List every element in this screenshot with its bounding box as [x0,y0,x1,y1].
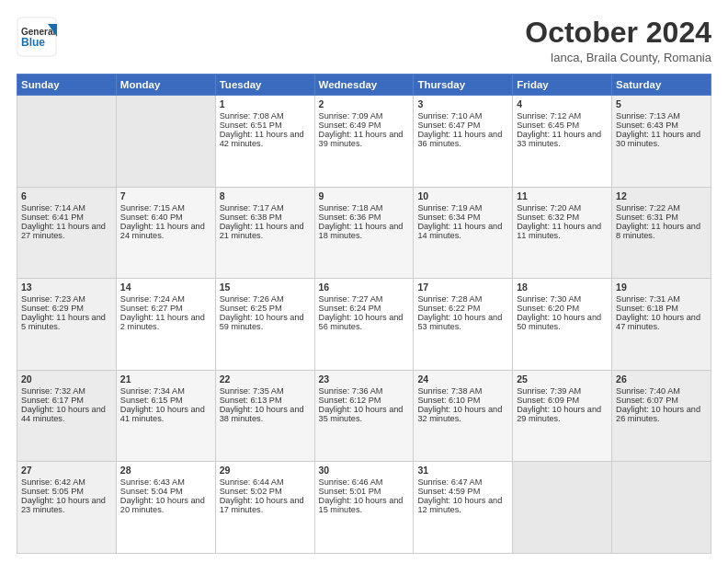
day-number: 8 [220,190,311,201]
daylight-text: Daylight: 10 hours and 32 minutes. [417,405,502,423]
sunset-text: Sunset: 6:34 PM [417,213,480,222]
sunrise-text: Sunrise: 7:15 AM [120,203,185,213]
day-number: 24 [417,373,508,385]
daylight-text: Daylight: 10 hours and 53 minutes. [417,313,502,331]
calendar-cell: 13Sunrise: 7:23 AMSunset: 6:29 PMDayligh… [17,279,117,371]
sunrise-text: Sunrise: 7:31 AM [616,294,680,304]
sunrise-text: Sunrise: 7:12 AM [517,111,581,121]
sunset-text: Sunset: 6:40 PM [120,213,183,222]
day-number: 22 [220,373,311,385]
daylight-text: Daylight: 10 hours and 47 minutes. [616,313,700,331]
calendar-cell: 29Sunrise: 6:44 AMSunset: 5:02 PMDayligh… [215,462,314,554]
sunset-text: Sunset: 6:49 PM [319,121,381,130]
daylight-text: Daylight: 11 hours and 18 minutes. [319,222,404,240]
day-number: 1 [220,98,311,109]
calendar-cell: 9Sunrise: 7:18 AMSunset: 6:36 PMDaylight… [314,187,414,279]
day-number: 7 [120,190,211,201]
day-number: 31 [417,465,508,476]
day-header-sunday: Sunday [17,75,117,96]
calendar-cell [116,96,215,188]
sunrise-text: Sunrise: 7:32 AM [21,386,85,396]
sunrise-text: Sunrise: 7:17 AM [220,203,284,213]
sunset-text: Sunset: 5:04 PM [120,487,183,496]
calendar-cell: 19Sunrise: 7:31 AMSunset: 6:18 PMDayligh… [612,279,711,371]
sunrise-text: Sunrise: 7:09 AM [319,111,383,121]
calendar-cell: 10Sunrise: 7:19 AMSunset: 6:34 PMDayligh… [414,187,513,279]
day-number: 28 [120,465,211,476]
sunset-text: Sunset: 6:24 PM [319,304,381,313]
svg-text:Blue: Blue [21,36,45,49]
sunrise-text: Sunrise: 7:22 AM [616,203,680,213]
daylight-text: Daylight: 10 hours and 26 minutes. [616,405,700,423]
daylight-text: Daylight: 11 hours and 11 minutes. [517,222,601,240]
calendar-cell: 28Sunrise: 6:43 AMSunset: 5:04 PMDayligh… [116,462,215,554]
calendar-cell: 5Sunrise: 7:13 AMSunset: 6:43 PMDaylight… [612,96,711,188]
day-number: 17 [417,282,508,293]
calendar-cell: 8Sunrise: 7:17 AMSunset: 6:38 PMDaylight… [215,187,314,279]
calendar-cell: 27Sunrise: 6:42 AMSunset: 5:05 PMDayligh… [17,462,117,554]
day-number: 25 [517,373,608,385]
daylight-text: Daylight: 11 hours and 30 minutes. [616,130,700,148]
sunrise-text: Sunrise: 6:44 AM [220,477,284,487]
week-row-3: 13Sunrise: 7:23 AMSunset: 6:29 PMDayligh… [17,279,711,371]
sunset-text: Sunset: 6:31 PM [616,213,678,222]
week-row-4: 20Sunrise: 7:32 AMSunset: 6:17 PMDayligh… [17,370,711,462]
day-number: 12 [616,190,707,201]
day-number: 14 [120,282,211,293]
daylight-text: Daylight: 11 hours and 24 minutes. [120,222,205,240]
location: Ianca, Braila County, Romania [525,51,711,64]
daylight-text: Daylight: 10 hours and 20 minutes. [120,496,205,514]
sunrise-text: Sunrise: 7:20 AM [517,203,581,213]
sunrise-text: Sunrise: 7:14 AM [21,203,85,213]
calendar-cell: 14Sunrise: 7:24 AMSunset: 6:27 PMDayligh… [116,279,215,371]
sunset-text: Sunset: 6:13 PM [220,396,282,405]
daylight-text: Daylight: 11 hours and 27 minutes. [21,222,106,240]
calendar-cell: 1Sunrise: 7:08 AMSunset: 6:51 PMDaylight… [215,96,314,188]
sunrise-text: Sunrise: 7:36 AM [319,386,383,396]
daylight-text: Daylight: 11 hours and 5 minutes. [21,313,106,331]
day-number: 26 [616,373,707,385]
day-header-monday: Monday [116,75,215,96]
daylight-text: Daylight: 10 hours and 56 minutes. [319,313,404,331]
day-number: 27 [21,465,112,476]
daylight-text: Daylight: 11 hours and 42 minutes. [220,130,304,148]
calendar-cell: 2Sunrise: 7:09 AMSunset: 6:49 PMDaylight… [314,96,414,188]
sunrise-text: Sunrise: 7:38 AM [417,386,482,396]
sunset-text: Sunset: 6:09 PM [517,396,579,405]
daylight-text: Daylight: 11 hours and 2 minutes. [120,313,205,331]
daylight-text: Daylight: 11 hours and 21 minutes. [220,222,304,240]
day-header-saturday: Saturday [612,75,711,96]
day-number: 13 [21,282,112,293]
day-number: 5 [616,98,707,109]
sunset-text: Sunset: 6:43 PM [616,121,678,130]
day-number: 29 [220,465,311,476]
title-block: October 2024 Ianca, Braila County, Roman… [525,17,711,64]
sunset-text: Sunset: 5:05 PM [21,487,84,496]
sunrise-text: Sunrise: 7:27 AM [319,294,383,304]
day-number: 11 [517,190,608,201]
daylight-text: Daylight: 10 hours and 59 minutes. [220,313,304,331]
daylight-text: Daylight: 11 hours and 33 minutes. [517,130,601,148]
calendar-cell: 22Sunrise: 7:35 AMSunset: 6:13 PMDayligh… [215,370,314,462]
calendar-cell [17,96,117,188]
sunset-text: Sunset: 6:22 PM [417,304,480,313]
sunrise-text: Sunrise: 7:13 AM [616,111,680,121]
daylight-text: Daylight: 10 hours and 38 minutes. [220,405,304,423]
sunrise-text: Sunrise: 7:30 AM [517,294,581,304]
day-number: 6 [21,190,112,201]
header: General Blue October 2024 Ianca, Braila … [17,17,711,64]
sunset-text: Sunset: 6:47 PM [417,121,480,130]
calendar-cell: 26Sunrise: 7:40 AMSunset: 6:07 PMDayligh… [612,370,711,462]
day-header-tuesday: Tuesday [215,75,314,96]
sunrise-text: Sunrise: 7:19 AM [417,203,482,213]
week-row-2: 6Sunrise: 7:14 AMSunset: 6:41 PMDaylight… [17,187,711,279]
day-number: 20 [21,373,112,385]
sunset-text: Sunset: 6:17 PM [21,396,84,405]
sunset-text: Sunset: 6:41 PM [21,213,84,222]
daylight-text: Daylight: 10 hours and 17 minutes. [220,496,304,514]
calendar-table: SundayMondayTuesdayWednesdayThursdayFrid… [17,74,711,554]
daylight-text: Daylight: 10 hours and 15 minutes. [319,496,404,514]
calendar-cell [612,462,711,554]
daylight-text: Daylight: 11 hours and 39 minutes. [319,130,404,148]
day-number: 16 [319,282,410,293]
